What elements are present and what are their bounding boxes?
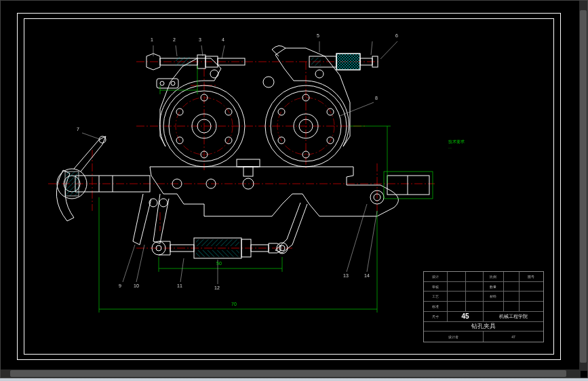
leader-8: 8	[375, 96, 378, 100]
tech-req-title: 技术要求	[448, 140, 465, 144]
leader-7: 7	[77, 127, 79, 132]
tb-r2c2	[448, 282, 465, 292]
leader-3: 3	[199, 37, 201, 42]
tb-row-5: 尺寸 45 机械工程学院	[424, 312, 543, 322]
svg-line-96	[176, 45, 177, 56]
svg-line-102	[82, 133, 101, 140]
tb-r4c6	[520, 302, 543, 311]
tb-r2c5	[504, 282, 520, 292]
svg-line-103	[340, 102, 374, 116]
svg-line-98	[222, 45, 224, 59]
tb-r7-l: 设计者	[424, 332, 484, 342]
tb-r7-r: 47	[484, 332, 543, 342]
title-block: 设计 比例 图号 审核 数量 工艺 材料	[423, 271, 544, 342]
svg-rect-82	[311, 58, 321, 66]
leader-11: 11	[177, 283, 182, 288]
leader-6: 6	[395, 33, 398, 38]
tb-r4c4	[484, 302, 504, 311]
svg-line-101	[380, 41, 397, 59]
leader-14: 14	[364, 273, 370, 278]
svg-point-76	[315, 70, 324, 78]
leader-1: 1	[151, 37, 153, 42]
dim-1: 50	[216, 261, 222, 266]
tb-r3c4: 材料	[484, 292, 504, 301]
tb-r3c1: 工艺	[424, 292, 448, 301]
svg-point-51	[99, 136, 106, 143]
tb-row-6: 钻孔夹具	[424, 322, 543, 332]
tb-r1c4: 比例	[484, 272, 504, 281]
svg-point-73	[171, 81, 175, 85]
tb-row-3: 工艺 材料	[424, 292, 543, 302]
tb-r1c1: 设计	[424, 272, 448, 281]
tb-row-2: 审核 数量	[424, 282, 543, 292]
tb-r2c6	[520, 282, 543, 292]
tb-r4c1: 标准	[424, 302, 448, 311]
tb-r3c3	[466, 292, 484, 301]
svg-rect-80	[196, 239, 239, 246]
tech-req-line: ...	[448, 145, 452, 150]
drawing-canvas[interactable]: 1 2 3 4 5 6 7 8 9 10 11 12 13 14 50 70 技…	[1, 1, 579, 369]
tb-row-7: 设计者 47	[424, 332, 543, 342]
svg-point-77	[210, 70, 218, 78]
tb-r3c2	[448, 292, 465, 301]
svg-rect-43	[243, 167, 253, 176]
svg-line-100	[371, 41, 372, 55]
svg-line-106	[180, 258, 184, 282]
tb-r3c5	[504, 292, 520, 301]
tb-r1c5	[504, 272, 520, 281]
scrollbar-horizontal[interactable]	[1, 369, 581, 378]
leader-10: 10	[134, 283, 139, 288]
tb-row-4: 标准	[424, 302, 543, 312]
tb-r2c3	[466, 282, 484, 292]
svg-rect-67	[336, 54, 360, 70]
svg-rect-79	[176, 57, 191, 66]
svg-point-72	[160, 81, 164, 85]
svg-point-53	[159, 199, 168, 207]
svg-line-104	[123, 245, 135, 282]
tb-scale: 45	[448, 312, 484, 321]
leader-13: 13	[343, 273, 349, 278]
tb-r2c4: 数量	[484, 282, 504, 292]
scrollbar-vertical[interactable]	[579, 1, 587, 371]
svg-rect-81	[196, 250, 239, 257]
cad-window: 1 2 3 4 5 6 7 8 9 10 11 12 13 14 50 70 技…	[0, 0, 588, 378]
scrollbar-h-thumb[interactable]	[10, 370, 566, 377]
tb-r3c6	[520, 292, 543, 301]
svg-line-109	[367, 211, 377, 272]
tb-r4c3	[466, 302, 484, 311]
svg-rect-74	[387, 176, 429, 195]
svg-rect-78	[65, 172, 79, 196]
leader-12: 12	[214, 285, 220, 290]
tb-r1c6: 图号	[520, 272, 543, 281]
tb-title: 钻孔夹具	[424, 322, 543, 332]
svg-line-105	[136, 245, 144, 282]
leader-5: 5	[317, 33, 319, 38]
svg-line-108	[347, 204, 367, 272]
tb-row-1: 设计 比例 图号	[424, 272, 543, 282]
tb-r1c2	[448, 272, 465, 281]
leader-2: 2	[173, 37, 176, 42]
leader-9: 9	[119, 283, 121, 288]
tb-r2c1: 审核	[424, 282, 448, 292]
tb-inst: 机械工程学院	[484, 312, 543, 321]
tb-r4c5	[504, 302, 520, 311]
scrollbar-v-thumb[interactable]	[580, 10, 587, 363]
tb-r5-l: 尺寸	[424, 312, 448, 321]
leader-4: 4	[222, 37, 224, 42]
tb-r1c3	[466, 272, 484, 281]
svg-point-37	[263, 77, 274, 87]
dim-2: 70	[231, 302, 237, 306]
svg-rect-45	[237, 159, 260, 167]
tb-r4c2	[448, 302, 465, 311]
